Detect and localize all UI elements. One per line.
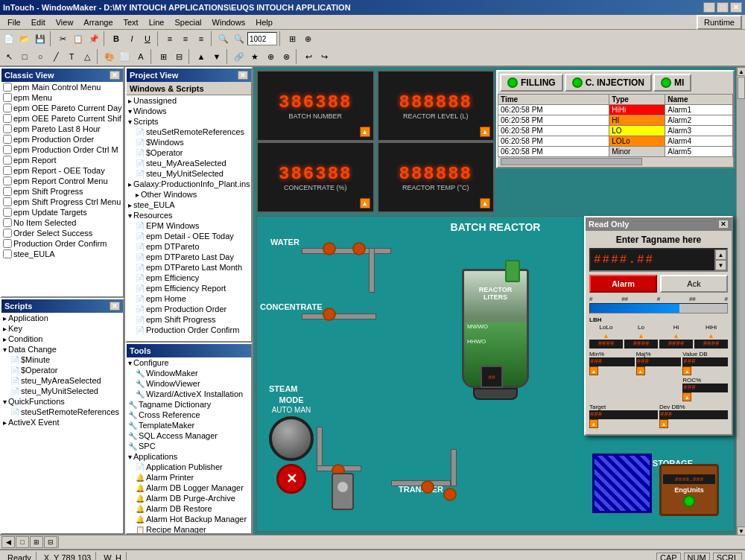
menu-windows[interactable]: Windows xyxy=(208,16,250,28)
list-item[interactable]: 🔧Tagname Dictionary xyxy=(127,399,251,410)
scripts-content[interactable]: ▸Application ▸Key ▸Condition ▾Data Chang… xyxy=(1,313,123,533)
list-item[interactable]: ▾Resources xyxy=(127,210,251,220)
close-btn[interactable]: ✕ xyxy=(730,2,742,13)
bottom-tb-btn2[interactable]: □ xyxy=(16,536,29,548)
list-item[interactable]: 📄steu_MyAreaSelected xyxy=(1,375,123,386)
menu-special[interactable]: Special xyxy=(170,16,206,28)
list-item[interactable]: epm Report xyxy=(1,155,123,165)
table-row[interactable]: 06:20:58 PM HI Alarm2 xyxy=(498,115,733,126)
list-item[interactable]: ▾Scripts xyxy=(127,116,251,127)
list-item[interactable]: epm OEE Pareto Current Shif xyxy=(1,113,123,124)
valve-3[interactable] xyxy=(323,308,336,321)
list-item[interactable]: epm Menu xyxy=(1,92,123,103)
list-item[interactable]: 🔔Alarm Printer xyxy=(127,472,251,483)
list-item[interactable]: ▾Configure xyxy=(127,357,251,368)
list-item[interactable]: 🔧SQL Access Manager xyxy=(127,430,251,441)
list-item[interactable]: 📄epm Efficiency Report xyxy=(127,283,251,293)
copy-btn[interactable]: 📋 xyxy=(71,31,86,46)
list-item[interactable]: 🔧Cross Reference xyxy=(127,410,251,420)
list-item[interactable]: 🔧Wizard/ActiveX Installation xyxy=(127,389,251,399)
list-item[interactable]: 🔧WindowMaker xyxy=(127,368,251,378)
item-check[interactable] xyxy=(3,197,12,206)
item-check[interactable] xyxy=(3,208,12,217)
devdb-alarm-icon[interactable]: ▲ xyxy=(659,419,668,428)
list-item[interactable]: epm Report Control Menu xyxy=(1,176,123,186)
list-item[interactable]: 📄$Operator xyxy=(1,365,123,375)
list-item[interactable]: 📄steu_MyUnitSelected xyxy=(127,168,251,179)
item-check[interactable] xyxy=(3,218,12,227)
activex-btn[interactable]: ⊕ xyxy=(263,49,278,64)
item-check[interactable] xyxy=(3,249,12,258)
valve-1[interactable] xyxy=(323,242,336,255)
item-check[interactable] xyxy=(3,187,12,196)
list-item[interactable]: 📄$Minute xyxy=(1,354,123,365)
redo-btn[interactable]: ↪ xyxy=(317,49,332,64)
minimize-btn[interactable]: _ xyxy=(703,2,715,13)
list-item[interactable]: Production Order Confirm xyxy=(1,238,123,249)
list-item[interactable]: ▸ActiveX Event xyxy=(1,417,123,427)
table-row[interactable]: 06:20:58 PM LOLo Alarm4 xyxy=(498,136,733,147)
temp-alarm-icon[interactable]: ▲ xyxy=(480,198,490,209)
list-item[interactable]: 📄Application Publisher xyxy=(127,462,251,472)
font-color-btn[interactable]: A xyxy=(133,49,148,64)
align-right-btn[interactable]: ≡ xyxy=(194,31,209,46)
undo-btn[interactable]: ↩ xyxy=(301,49,316,64)
save-btn[interactable]: 💾 xyxy=(33,31,48,46)
alarm-button[interactable]: Alarm xyxy=(589,275,657,293)
runtime-btn[interactable]: Runtime xyxy=(697,15,742,30)
valve-transfer2[interactable] xyxy=(443,488,457,501)
list-item[interactable]: 📄steuSetRemoteReferences xyxy=(127,127,251,137)
list-item[interactable]: ▸Unassigned xyxy=(127,95,251,106)
item-check[interactable] xyxy=(3,124,12,133)
list-item[interactable]: epm Shift Progress Ctrl Menu xyxy=(1,197,123,207)
stop-indicator[interactable]: ✕ xyxy=(276,464,306,494)
list-item[interactable]: 📋Recipe Manager xyxy=(127,524,251,533)
vdb-alarm-icon[interactable]: ▲ xyxy=(682,366,691,375)
list-item[interactable]: 🔔Alarm DB Purge-Archive xyxy=(127,493,251,503)
menu-arrange[interactable]: Arrange xyxy=(79,16,117,28)
project-view-close[interactable]: ✕ xyxy=(238,71,248,80)
ellipse-btn[interactable]: ○ xyxy=(33,49,48,64)
bottom-tb-btn4[interactable]: ⊟ xyxy=(44,536,57,548)
poly-btn[interactable]: △ xyxy=(80,49,95,64)
list-item[interactable]: ▸Key xyxy=(1,323,123,334)
project-view-content[interactable]: ▸Unassigned ▾Windows ▾Scripts 📄steuSetRe… xyxy=(127,95,251,341)
list-item[interactable]: 📄steu_MyUnitSelected xyxy=(1,386,123,396)
bottom-tb-btn[interactable]: ◀ xyxy=(1,536,15,548)
list-item[interactable]: Order Select Success xyxy=(1,228,123,238)
menu-help[interactable]: Help xyxy=(251,16,277,28)
zoom-in-btn[interactable]: 🔍 xyxy=(216,31,231,46)
list-item[interactable]: 🔧TemplateMaker xyxy=(127,420,251,430)
list-item[interactable]: 📄epm DTPareto xyxy=(127,241,251,252)
bottom-tb-btn3[interactable]: ⊞ xyxy=(30,536,43,548)
item-check[interactable] xyxy=(3,83,12,92)
list-item[interactable]: 📄Production Order Confirm xyxy=(127,325,251,335)
item-check[interactable] xyxy=(3,93,12,102)
list-item[interactable]: epm Update Targets xyxy=(1,207,123,217)
list-item[interactable]: 🔔Alarm DB Restore xyxy=(127,503,251,514)
grid-btn[interactable]: ⊞ xyxy=(285,31,299,46)
menu-line[interactable]: Line xyxy=(145,16,169,28)
spin-down[interactable]: ▼ xyxy=(715,260,726,270)
select-btn[interactable]: ↖ xyxy=(1,49,16,64)
item-check[interactable] xyxy=(3,229,12,238)
list-item[interactable]: 📄epm DTPareto Last Month xyxy=(127,262,251,273)
list-item[interactable]: epm Pareto Last 8 Hour xyxy=(1,124,123,134)
cut-btn[interactable]: ✂ xyxy=(55,31,70,46)
symbol-btn[interactable]: ⊗ xyxy=(279,49,294,64)
list-item[interactable]: epm Main Control Menu xyxy=(1,82,123,92)
menu-edit[interactable]: Edit xyxy=(27,16,50,28)
scroll-up-btn[interactable]: ▲ xyxy=(737,67,745,76)
ungroup-btn[interactable]: ⊟ xyxy=(171,49,186,64)
item-check[interactable] xyxy=(3,114,12,123)
reactor-alarm-icon[interactable]: ▲ xyxy=(480,127,490,137)
scroll-thumb[interactable] xyxy=(738,77,745,99)
concentrate-alarm-icon[interactable]: ▲ xyxy=(360,198,370,209)
send-back-btn[interactable]: ▼ xyxy=(209,49,224,64)
snap-btn[interactable]: ⊕ xyxy=(300,31,315,46)
menu-file[interactable]: File xyxy=(3,16,25,28)
list-item[interactable]: 📄epm Efficiency xyxy=(127,273,251,283)
list-item[interactable]: epm Report - OEE Today xyxy=(1,165,123,176)
dial-circle[interactable] xyxy=(269,416,314,461)
c-injection-btn[interactable]: C. INJECTION xyxy=(565,74,652,92)
